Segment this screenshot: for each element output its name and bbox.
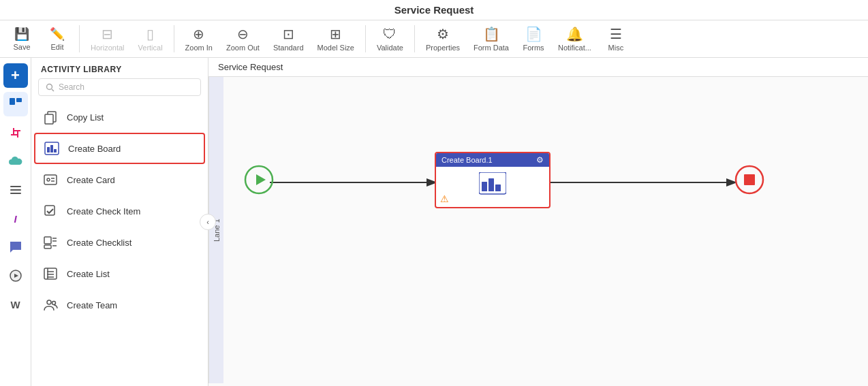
validate-label: Validate bbox=[377, 44, 403, 52]
create-board-icon bbox=[42, 139, 61, 158]
horizontal-label: Horizontal bbox=[91, 44, 125, 52]
create-checklist-label: Create Checklist bbox=[67, 238, 131, 248]
process-node-header: Create Board.1 ⚙ bbox=[436, 153, 549, 167]
svg-rect-15 bbox=[47, 147, 50, 152]
svg-rect-23 bbox=[44, 237, 51, 244]
add-button[interactable]: + bbox=[3, 63, 28, 88]
create-check-item-icon bbox=[41, 202, 60, 221]
forms-label: Forms bbox=[523, 44, 544, 52]
model-size-button[interactable]: ⊞ Model Size bbox=[312, 23, 360, 54]
edit-button[interactable]: ✏️ Edit bbox=[41, 24, 74, 54]
start-node[interactable] bbox=[244, 165, 274, 195]
model-size-label: Model Size bbox=[317, 44, 354, 52]
activity-item-create-board[interactable]: Create Board bbox=[34, 133, 205, 164]
misc-label: Misc bbox=[608, 44, 624, 52]
save-button[interactable]: 💾 Save bbox=[5, 24, 38, 54]
svg-point-19 bbox=[47, 178, 50, 181]
flow-svg bbox=[223, 77, 868, 383]
create-check-item-label: Create Check Item bbox=[67, 206, 140, 216]
svg-rect-16 bbox=[50, 145, 53, 152]
svg-rect-41 bbox=[489, 178, 494, 191]
search-box[interactable]: Search bbox=[38, 78, 201, 96]
activity-item-copy-list[interactable]: Copy List bbox=[31, 101, 208, 133]
sidebar-item-list[interactable] bbox=[3, 178, 28, 202]
create-checklist-icon bbox=[41, 233, 60, 252]
zoom-out-icon: ⊖ bbox=[237, 26, 249, 42]
create-team-icon bbox=[41, 295, 60, 315]
copy-list-label: Copy List bbox=[67, 112, 104, 123]
zoom-out-button[interactable]: ⊖ Zoom Out bbox=[221, 23, 265, 54]
separator bbox=[79, 25, 80, 52]
form-data-button[interactable]: 📋 Form Data bbox=[468, 23, 514, 54]
sidebar-item-trello[interactable] bbox=[3, 92, 28, 116]
svg-rect-1 bbox=[16, 98, 22, 102]
sidebar-item-wp[interactable]: W bbox=[3, 292, 28, 317]
sidebar-item-slack[interactable] bbox=[3, 120, 28, 145]
activity-panel: ACTIVITY LIBRARY Search Copy List Create… bbox=[31, 58, 208, 386]
svg-rect-17 bbox=[54, 149, 57, 152]
activity-item-create-checklist[interactable]: Create Checklist bbox=[31, 227, 208, 258]
canvas-header: Service Request bbox=[208, 58, 868, 77]
process-node-gear-icon[interactable]: ⚙ bbox=[536, 155, 544, 165]
activity-item-create-check-item[interactable]: Create Check Item bbox=[31, 195, 208, 227]
create-card-icon bbox=[41, 170, 60, 189]
notifications-button[interactable]: 🔔 Notificat... bbox=[553, 23, 597, 54]
sidebar-item-bold-i[interactable]: I bbox=[3, 206, 28, 231]
activity-list: Copy List Create Board Create Card bbox=[31, 101, 208, 386]
activity-library-title: ACTIVITY LIBRARY bbox=[31, 58, 208, 78]
svg-rect-8 bbox=[10, 193, 21, 194]
forms-button[interactable]: 📄 Forms bbox=[517, 23, 550, 54]
svg-point-33 bbox=[47, 300, 51, 304]
sidebar-item-chat[interactable] bbox=[3, 235, 28, 259]
svg-point-11 bbox=[47, 84, 52, 89]
create-list-icon bbox=[41, 264, 60, 283]
properties-label: Properties bbox=[426, 44, 460, 52]
lane-container: Lane 1 bbox=[208, 77, 868, 383]
svg-point-34 bbox=[52, 302, 56, 305]
toolbar: 💾 Save ✏️ Edit ⊟ Horizontal ▯ Vertical ⊕… bbox=[0, 20, 868, 58]
activity-item-create-team[interactable]: Create Team bbox=[31, 289, 208, 321]
activity-item-create-card[interactable]: Create Card bbox=[31, 164, 208, 195]
misc-button[interactable]: ☰ Misc bbox=[600, 23, 632, 54]
svg-rect-22 bbox=[45, 206, 55, 215]
vertical-icon: ▯ bbox=[146, 26, 154, 42]
process-node-icon bbox=[479, 172, 506, 202]
page-title: Service Request bbox=[0, 0, 868, 20]
vertical-label: Vertical bbox=[138, 44, 163, 52]
sidebar-item-cloud[interactable] bbox=[3, 149, 28, 174]
canvas-title: Service Request bbox=[218, 62, 283, 72]
main-area: + I W ACTIVITY LIBRARY Search bbox=[0, 58, 868, 386]
lane-label: Lane 1 bbox=[208, 77, 223, 383]
svg-rect-42 bbox=[495, 184, 501, 191]
properties-icon: ⚙ bbox=[437, 26, 449, 42]
create-board-label: Create Board bbox=[68, 144, 121, 154]
collapse-panel-button[interactable]: ‹ bbox=[200, 214, 216, 230]
standard-label: Standard bbox=[273, 44, 304, 52]
svg-rect-7 bbox=[10, 189, 21, 191]
form-data-icon: 📋 bbox=[483, 26, 500, 42]
zoom-in-button[interactable]: ⊕ Zoom In bbox=[180, 23, 218, 54]
canvas-content[interactable]: Lane 1 bbox=[208, 77, 868, 383]
sidebar-item-video[interactable] bbox=[3, 263, 28, 288]
search-icon bbox=[46, 83, 55, 92]
activity-item-create-list[interactable]: Create List bbox=[31, 258, 208, 289]
process-node[interactable]: Create Board.1 ⚙ bbox=[435, 152, 551, 208]
notifications-label: Notificat... bbox=[558, 44, 591, 52]
create-card-label: Create Card bbox=[67, 175, 115, 185]
end-node[interactable] bbox=[734, 165, 764, 195]
vertical-button[interactable]: ▯ Vertical bbox=[133, 23, 168, 54]
svg-marker-38 bbox=[256, 174, 266, 185]
form-data-label: Form Data bbox=[474, 44, 509, 52]
process-node-title: Create Board.1 bbox=[441, 156, 493, 164]
copy-list-icon bbox=[41, 108, 60, 127]
svg-rect-44 bbox=[744, 174, 755, 185]
zoom-in-label: Zoom In bbox=[185, 44, 213, 52]
edit-label: Edit bbox=[51, 43, 64, 51]
misc-icon: ☰ bbox=[610, 26, 622, 42]
canvas-area: Service Request Lane 1 bbox=[208, 58, 868, 386]
validate-button[interactable]: 🛡 Validate bbox=[371, 24, 409, 54]
standard-button[interactable]: ⊡ Standard bbox=[268, 23, 309, 54]
horizontal-button[interactable]: ⊟ Horizontal bbox=[85, 23, 130, 54]
properties-button[interactable]: ⚙ Properties bbox=[420, 23, 465, 54]
separator-2 bbox=[174, 25, 174, 52]
